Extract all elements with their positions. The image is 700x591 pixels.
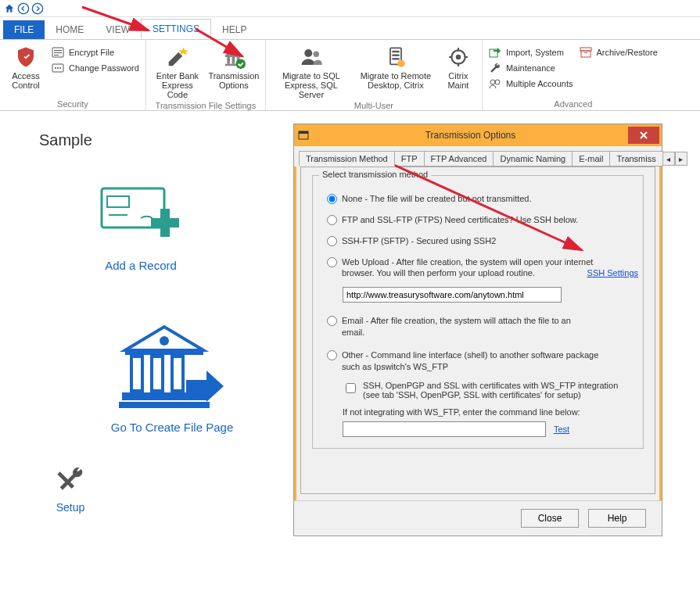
tabs-scroll-right[interactable]: ▸ bbox=[675, 152, 687, 166]
svg-point-14 bbox=[235, 59, 246, 70]
radio-web-label: Web Upload - After file creation, the sy… bbox=[342, 256, 600, 280]
dlg-tab-ftp[interactable]: FTP bbox=[394, 151, 425, 167]
tab-help[interactable]: HELP bbox=[211, 20, 257, 39]
svg-rect-11 bbox=[232, 57, 235, 64]
ribbon: Access Control Encrypt File Change Passw… bbox=[0, 39, 700, 111]
group-advanced-label: Advanced bbox=[489, 98, 658, 109]
cmd-line-label: If not integrating with WS_FTP, enter th… bbox=[343, 407, 635, 417]
dlg-tab-ftpadv[interactable]: FTP Advanced bbox=[424, 151, 494, 167]
tools-icon bbox=[55, 465, 86, 496]
svg-rect-5 bbox=[54, 55, 59, 56]
svg-point-29 bbox=[490, 80, 495, 84]
dialog-title: Transmission Options bbox=[313, 130, 628, 141]
server-icon bbox=[383, 45, 408, 70]
create-file-button[interactable]: Go To Create File Page bbox=[78, 319, 266, 434]
svg-rect-33 bbox=[584, 52, 587, 53]
citrix-maint-button[interactable]: Citrix Maint bbox=[441, 43, 476, 90]
add-record-label: Add a Record bbox=[105, 259, 177, 272]
dlg-tab-method[interactable]: Transmission Method bbox=[299, 151, 395, 167]
archive-restore-button[interactable]: Archive/Restore bbox=[580, 46, 658, 59]
svg-point-39 bbox=[160, 336, 169, 346]
test-link[interactable]: Test bbox=[554, 424, 569, 434]
ribbon-tabs: FILE HOME VIEW SETTINGS HELP bbox=[0, 17, 700, 39]
chk-wsftp-label: SSH, OpenPGP and SSL with certificates w… bbox=[363, 381, 621, 399]
transmission-options-dialog: Transmission Options Transmission Method… bbox=[293, 124, 662, 536]
cmd-line-input[interactable] bbox=[343, 421, 546, 437]
setup-button[interactable]: Setup bbox=[39, 465, 102, 514]
maintenance-button[interactable]: Maintenance bbox=[489, 62, 573, 74]
tab-file[interactable]: FILE bbox=[3, 20, 45, 39]
fieldset-method: Select transmission method None - The fi… bbox=[312, 175, 644, 449]
access-control-button[interactable]: Access Control bbox=[6, 43, 45, 90]
svg-rect-41 bbox=[131, 356, 142, 391]
add-record-icon bbox=[98, 181, 184, 251]
dialog-tabs: Transmission Method FTP FTP Advanced Dyn… bbox=[294, 146, 662, 167]
transmission-options-button[interactable]: Transmission Options bbox=[209, 43, 259, 90]
change-password-button[interactable]: Change Password bbox=[52, 62, 139, 74]
dialog-close-footer-button[interactable]: Close bbox=[521, 509, 579, 528]
svg-point-23 bbox=[456, 55, 461, 60]
dlg-tab-email[interactable]: E-mail bbox=[572, 151, 610, 167]
tab-view[interactable]: VIEW bbox=[95, 20, 141, 39]
radio-other-label: Other - Command line interface (shell) t… bbox=[342, 349, 608, 373]
group-security-label: Security bbox=[6, 98, 139, 109]
svg-point-7 bbox=[55, 67, 56, 69]
add-record-button[interactable]: Add a Record bbox=[47, 181, 235, 272]
svg-rect-40 bbox=[125, 350, 203, 355]
migrate-sql-button[interactable]: Migrate to SQL Express, SQL Server bbox=[272, 43, 350, 99]
radio-none-label: None - The file will be created but not … bbox=[342, 193, 532, 205]
import-system-button[interactable]: Import, System bbox=[489, 46, 573, 59]
radio-web[interactable] bbox=[327, 257, 337, 267]
web-url-input[interactable] bbox=[343, 287, 562, 303]
enter-bank-button[interactable]: Enter Bank Express Code bbox=[153, 43, 203, 99]
users-icon bbox=[299, 45, 324, 70]
access-control-label: Access Control bbox=[12, 71, 39, 90]
migrate-remote-button[interactable]: Migrate to Remote Desktop, Citrix bbox=[357, 43, 435, 90]
wrench-icon bbox=[489, 62, 501, 74]
radio-ssh[interactable] bbox=[327, 236, 337, 246]
ssh-settings-link[interactable]: SSH Settings bbox=[587, 268, 638, 278]
tab-home[interactable]: HOME bbox=[45, 20, 95, 39]
radio-email[interactable] bbox=[327, 316, 337, 326]
dialog-help-button[interactable]: Help bbox=[588, 509, 646, 528]
radio-none[interactable] bbox=[327, 194, 337, 204]
back-icon[interactable] bbox=[17, 2, 30, 15]
svg-point-16 bbox=[313, 52, 319, 58]
import-icon bbox=[489, 46, 501, 59]
home-icon[interactable] bbox=[3, 2, 16, 15]
dlg-tab-dyn[interactable]: Dynamic Naming bbox=[493, 151, 573, 167]
svg-rect-31 bbox=[580, 48, 591, 51]
dlg-tab-trans[interactable]: Transmiss bbox=[609, 151, 662, 167]
fieldset-legend: Select transmission method bbox=[319, 170, 431, 179]
svg-rect-19 bbox=[392, 55, 399, 56]
svg-point-1 bbox=[32, 3, 42, 13]
multiple-accounts-button[interactable]: Multiple Accounts bbox=[489, 77, 573, 90]
shield-icon bbox=[13, 45, 38, 70]
group-multiuser-label: Multi-User bbox=[272, 99, 476, 110]
svg-rect-42 bbox=[152, 356, 163, 391]
svg-rect-18 bbox=[392, 51, 399, 52]
tabs-scroll-left[interactable]: ◂ bbox=[662, 152, 675, 166]
password-icon bbox=[52, 62, 64, 74]
svg-rect-44 bbox=[122, 392, 206, 400]
tab-settings[interactable]: SETTINGS bbox=[141, 19, 211, 39]
svg-point-0 bbox=[18, 3, 28, 13]
bank-icon bbox=[221, 45, 246, 70]
svg-rect-45 bbox=[119, 402, 210, 408]
group-transmission-label: Transmission File Settings bbox=[153, 99, 259, 110]
svg-rect-43 bbox=[172, 356, 183, 391]
svg-point-15 bbox=[304, 49, 312, 57]
svg-point-30 bbox=[495, 80, 500, 84]
dialog-close-button[interactable] bbox=[628, 127, 659, 144]
encrypt-icon bbox=[52, 46, 64, 59]
forward-icon[interactable] bbox=[31, 2, 44, 15]
encrypt-file-button[interactable]: Encrypt File bbox=[52, 46, 139, 59]
radio-ftp[interactable] bbox=[327, 215, 337, 225]
svg-point-8 bbox=[57, 67, 59, 69]
radio-ftp-label: FTP and SSL-FTP (FTPS) Need certificates… bbox=[342, 214, 578, 226]
gear-icon bbox=[446, 45, 471, 70]
radio-other[interactable] bbox=[327, 350, 337, 360]
accounts-icon bbox=[489, 77, 501, 90]
chk-wsftp[interactable] bbox=[346, 383, 356, 393]
bank-arrow-icon bbox=[117, 319, 227, 413]
